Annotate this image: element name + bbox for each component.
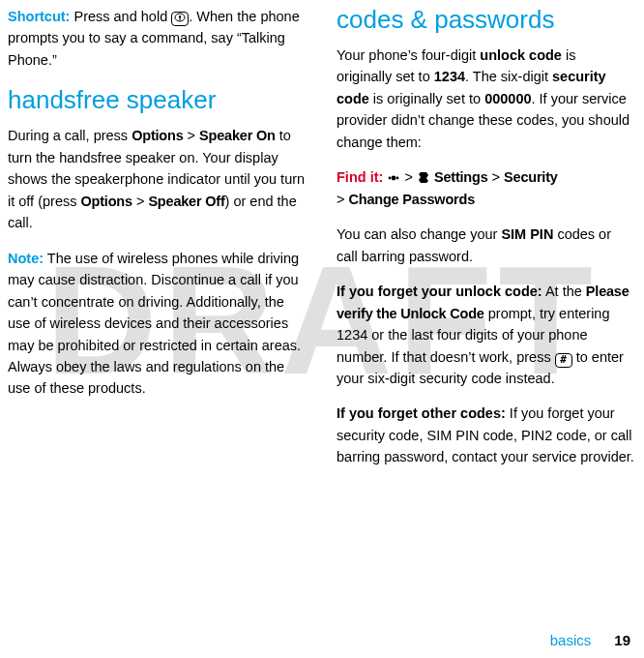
- voice-key-icon: [171, 12, 189, 26]
- hf-gt-1: >: [184, 128, 200, 143]
- shortcut-label: Shortcut:: [8, 9, 70, 24]
- forget-other-paragraph: If you forget other codes: If you forget…: [337, 403, 634, 467]
- findit-settings: Settings: [434, 169, 488, 185]
- codes-p1-d: is originally set to: [369, 91, 484, 106]
- page-content: Shortcut: Press and hold . When the phon…: [0, 0, 644, 482]
- note-label: Note:: [8, 251, 44, 266]
- shortcut-paragraph: Shortcut: Press and hold . When the phon…: [8, 6, 306, 71]
- forget-other-label: If you forget other codes:: [337, 405, 506, 421]
- codes-000000: 000000: [484, 91, 531, 106]
- note-text: The use of wireless phones while driving…: [8, 251, 301, 397]
- findit-paragraph: Find it: > Settings > Security > Change …: [337, 166, 634, 210]
- left-column: Shortcut: Press and hold . When the phon…: [8, 6, 306, 482]
- hf-gt-2: >: [132, 194, 149, 209]
- codes-1234: 1234: [434, 69, 465, 84]
- svg-point-4: [392, 176, 396, 181]
- codes-heading: codes & passwords: [337, 6, 634, 35]
- simpin-label: SIM PIN: [501, 226, 553, 242]
- findit-gt-2: >: [488, 169, 505, 185]
- findit-security: Security: [504, 169, 558, 185]
- hf-speaker-off: Speaker Off: [148, 194, 224, 209]
- codes-p1-a: Your phone’s four-digit: [337, 47, 480, 63]
- hf-options-2: Options: [80, 194, 132, 209]
- findit-label: Find it:: [337, 169, 383, 185]
- right-column: codes & passwords Your phone’s four-digi…: [337, 6, 634, 482]
- findit-gt-1: >: [400, 169, 417, 185]
- forget-unlock-label: If you forget your unlock code:: [337, 284, 542, 299]
- page-footer: basics19: [550, 632, 630, 648]
- findit-gt-3: >: [337, 192, 349, 207]
- shortcut-text-1: Press and hold: [70, 9, 171, 24]
- forget-unlock-a: At the: [542, 284, 586, 299]
- simpin-paragraph: You can also change your SIM PIN codes o…: [337, 224, 634, 267]
- hf-options-1: Options: [132, 128, 183, 143]
- codes-unlock-code: unlock code: [480, 47, 562, 63]
- note-paragraph: Note: The use of wireless phones while d…: [8, 248, 306, 400]
- svg-point-5: [396, 177, 399, 180]
- handsfree-paragraph: During a call, press Options > Speaker O…: [8, 125, 306, 233]
- findit-change-passwords: Change Passwords: [349, 192, 476, 207]
- codes-p1-c: . The six-digit: [465, 69, 552, 84]
- forget-unlock-paragraph: If you forget your unlock code: At the P…: [337, 281, 634, 389]
- handsfree-heading: handsfree speaker: [8, 86, 306, 115]
- svg-point-3: [389, 177, 392, 180]
- hf-text-a: During a call, press: [8, 128, 132, 143]
- hf-speaker-on: Speaker On: [199, 128, 276, 143]
- hash-key-icon: #: [555, 353, 572, 368]
- footer-page-number: 19: [614, 632, 630, 648]
- codes-intro-paragraph: Your phone’s four-digit unlock code is o…: [337, 45, 634, 153]
- footer-section-label: basics: [550, 632, 592, 648]
- tools-icon: [417, 169, 430, 185]
- simpin-a: You can also change your: [337, 226, 501, 242]
- svg-rect-1: [179, 15, 181, 18]
- center-key-icon: [387, 169, 400, 185]
